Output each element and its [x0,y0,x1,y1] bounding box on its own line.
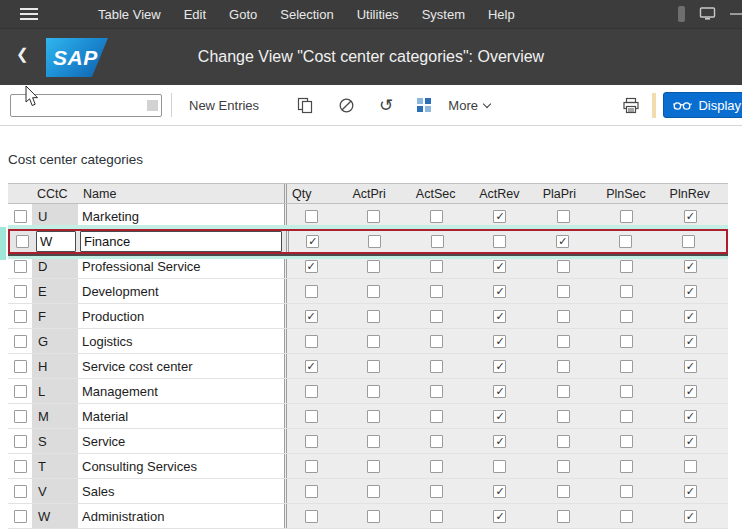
menu-item-table-view[interactable]: Table View [98,7,161,22]
checkbox-qty[interactable] [305,335,318,348]
checkbox-actpri[interactable] [367,310,380,323]
checkbox-plapri[interactable] [557,435,570,448]
cctc-value[interactable]: M [38,409,49,424]
cctc-value[interactable]: G [38,334,48,349]
name-value[interactable]: Management [82,384,158,399]
minimize-icon[interactable] [730,13,742,15]
checkbox-actrev[interactable] [493,485,506,498]
checkbox-plnsec[interactable] [620,435,633,448]
name-input[interactable] [80,231,282,252]
checkbox-plnrev[interactable] [684,310,697,323]
checkbox-plnrev[interactable] [684,360,697,373]
checkbox-actsec[interactable] [430,310,443,323]
table-row[interactable]: WAdministration [8,504,728,529]
checkbox-actpri[interactable] [367,460,380,473]
more-button[interactable]: More [448,98,490,113]
cctc-value[interactable]: E [38,284,47,299]
header-actsec[interactable]: ActSec [411,187,474,201]
cctc-value[interactable]: H [38,359,47,374]
header-plapri[interactable]: PlaPri [538,187,601,201]
checkbox-actsec[interactable] [430,510,443,523]
checkbox-actsec[interactable] [430,460,443,473]
row-select-checkbox[interactable] [14,360,27,373]
table-row[interactable]: FProduction [8,304,728,329]
undo-icon[interactable]: ↺ [379,97,393,114]
row-select-checkbox[interactable] [14,485,27,498]
menu-hamburger-icon[interactable] [20,8,38,20]
checkbox-plnsec[interactable] [620,335,633,348]
select-block-icon[interactable] [417,98,432,113]
checkbox-actsec[interactable] [430,485,443,498]
name-value[interactable]: Service cost center [82,359,193,374]
checkbox-plapri[interactable] [557,460,570,473]
new-entries-button[interactable]: New Entries [181,94,267,117]
table-row[interactable]: UMarketing [8,204,728,229]
table-row[interactable]: VSales [8,479,728,504]
checkbox-actrev[interactable] [493,510,506,523]
checkbox-plapri[interactable] [557,360,570,373]
checkbox-qty[interactable] [305,435,318,448]
checkbox-actrev[interactable] [493,285,506,298]
checkbox-actpri[interactable] [367,210,380,223]
checkbox-plnsec[interactable] [620,385,633,398]
cctc-value[interactable]: U [38,209,47,224]
checkbox-actrev[interactable] [493,310,506,323]
checkbox-actsec[interactable] [430,260,443,273]
checkbox-plnsec[interactable] [620,210,633,223]
back-icon[interactable]: ❮ [16,45,29,63]
table-row[interactable]: DProfessional Service [8,254,728,279]
checkbox-plapri[interactable] [557,335,570,348]
menu-item-system[interactable]: System [422,7,465,22]
checkbox-plnrev[interactable] [684,210,697,223]
header-plnrev[interactable]: PlnRev [665,187,728,201]
table-row[interactable]: GLogistics [8,329,728,354]
menu-item-utilities[interactable]: Utilities [357,7,399,22]
checkbox-actrev[interactable] [493,210,506,223]
checkbox-actsec[interactable] [430,285,443,298]
header-qty[interactable]: Qty [284,184,347,203]
checkbox-actsec[interactable] [430,385,443,398]
checkbox-actsec[interactable] [430,435,443,448]
checkbox-actsec[interactable] [430,360,443,373]
row-select-checkbox[interactable] [14,260,27,273]
checkbox-plapri[interactable] [557,310,570,323]
checkbox-actrev[interactable] [493,385,506,398]
checkbox-actsec[interactable] [430,410,443,423]
row-select-checkbox[interactable] [16,235,29,248]
checkbox-qty[interactable] [305,260,318,273]
checkbox-plnrev[interactable] [684,285,697,298]
command-field-dropdown-icon[interactable] [147,100,158,111]
table-row[interactable]: EDevelopment [8,279,728,304]
checkbox-plnrev[interactable] [684,260,697,273]
checkbox-plnsec[interactable] [620,260,633,273]
checkbox-actrev[interactable] [493,410,506,423]
checkbox-plnrev[interactable] [684,435,697,448]
checkbox-plapri[interactable] [557,285,570,298]
name-value[interactable]: Administration [82,509,164,524]
checkbox-plapri[interactable] [557,510,570,523]
checkbox-plnsec[interactable] [620,460,633,473]
checkbox-actrev[interactable] [493,460,506,473]
checkbox-plapri[interactable] [557,210,570,223]
menu-item-help[interactable]: Help [488,7,515,22]
copy-icon[interactable] [297,97,314,114]
cctc-value[interactable]: L [38,384,45,399]
checkbox-plnsec[interactable] [619,235,632,248]
checkbox-plnrev[interactable] [682,235,695,248]
table-row[interactable]: TConsulting Services [8,454,728,479]
checkbox-plnsec[interactable] [620,410,633,423]
cctc-value[interactable]: D [38,259,47,274]
checkbox-plnsec[interactable] [620,360,633,373]
checkbox-plnrev[interactable] [684,460,697,473]
checkbox-actrev[interactable] [493,260,506,273]
row-select-checkbox[interactable] [14,410,27,423]
name-value[interactable]: Sales [82,484,115,499]
printer-icon[interactable] [622,97,640,114]
header-plnsec[interactable]: PlnSec [601,187,664,201]
checkbox-actsec[interactable] [431,235,444,248]
checkbox-qty[interactable] [305,485,318,498]
checkbox-actrev[interactable] [493,360,506,373]
menu-item-selection[interactable]: Selection [280,7,333,22]
checkbox-qty[interactable] [305,310,318,323]
checkbox-actsec[interactable] [430,335,443,348]
